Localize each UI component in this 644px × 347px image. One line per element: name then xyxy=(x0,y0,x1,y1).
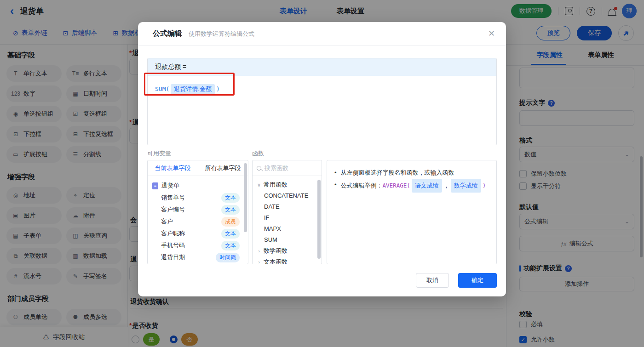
variable-name: 客户 xyxy=(161,217,173,226)
function-item[interactable]: IF xyxy=(253,212,321,223)
example-chip: 语文成绩 xyxy=(412,179,442,193)
example-chip: 数学成绩 xyxy=(451,179,481,193)
modal-title: 公式编辑 xyxy=(153,29,182,39)
variable-name: 退货日期 xyxy=(161,253,185,262)
modal-header: 公式编辑 使用数学运算符编辑公式 ✕ xyxy=(138,22,506,46)
variables-list: ≡ 退货单 销售单号文本客户编号文本客户成员客户昵称文本手机号码文本退货日期时间… xyxy=(148,176,248,264)
variables-scrollbar[interactable] xyxy=(244,163,247,232)
field-type-chip: 文本 xyxy=(221,205,240,215)
search-icon xyxy=(257,166,261,171)
formula-function: SUM( xyxy=(155,85,169,92)
form-designer-page: ‹ 退货单 表单设计 表单设置 数据管理 ? 理 ⊘表单外链⊡后端脚本⊞数据权 … xyxy=(0,0,644,347)
tab-current-form-fields[interactable]: 当前表单字段 xyxy=(148,160,198,176)
function-item[interactable]: MAPX xyxy=(253,223,321,234)
field-type-chip: 文本 xyxy=(221,241,240,250)
function-group-name: 常用函数 xyxy=(264,181,288,189)
example-close-paren: ) xyxy=(483,182,486,189)
field-type-chip: 时间戳 xyxy=(216,253,240,262)
variable-row[interactable]: 客户昵称文本 xyxy=(152,228,245,239)
function-item[interactable]: SUM xyxy=(253,234,321,245)
variable-name: 客户昵称 xyxy=(161,229,185,238)
tip-example-row: • 公式编辑举例：AVERAGE(语文成绩，数学成绩) xyxy=(334,179,489,193)
confirm-button[interactable]: 确定 xyxy=(458,273,497,288)
caret-down-icon: ∨ xyxy=(257,182,261,188)
variable-name: 手机号码 xyxy=(161,241,185,250)
variable-row[interactable]: 手机号码文本 xyxy=(152,239,245,251)
variables-tabs: 当前表单字段 所有表单字段 xyxy=(148,160,248,176)
variable-row[interactable]: 销售单号文本 xyxy=(152,192,245,204)
formula-editor-box[interactable]: 退款总额 = SUM(退货详情.金额) xyxy=(147,58,497,145)
tab-all-form-fields[interactable]: 所有表单字段 xyxy=(198,160,248,176)
function-group-name: 文本函数 xyxy=(264,258,288,264)
variables-panel: 当前表单字段 所有表单字段 ≡ 退货单 销售单号文本客户编号文本客户成员客户昵称… xyxy=(147,160,248,264)
variables-label: 可用变量 xyxy=(147,149,171,158)
function-search-box[interactable]: 搜索函数 xyxy=(253,160,322,176)
modal-footer: 取消 确定 xyxy=(416,273,497,288)
functions-panel: 搜索函数 ∨常用函数CONCATENATEDATEIFMAPXSUM›数学函数›… xyxy=(252,160,322,264)
formula-close-paren: ) xyxy=(216,85,220,92)
search-placeholder: 搜索函数 xyxy=(264,164,288,172)
form-node[interactable]: ≡ 退货单 xyxy=(152,180,245,192)
caret-right-icon: › xyxy=(257,248,261,254)
example-function: AVERAGE( xyxy=(383,182,410,189)
function-group-collapsed[interactable]: ›数学函数 xyxy=(253,245,321,256)
field-type-chip: 成员 xyxy=(221,217,240,227)
function-item[interactable]: CONCATENATE xyxy=(253,190,321,201)
variable-row[interactable]: 客户成员 xyxy=(152,216,245,228)
variable-name: 销售单号 xyxy=(161,193,185,202)
field-type-chip: 文本 xyxy=(221,193,240,203)
formula-editor-modal: 公式编辑 使用数学运算符编辑公式 ✕ 退款总额 = SUM(退货详情.金额) 可… xyxy=(138,22,506,296)
field-type-chip: 文本 xyxy=(221,229,240,239)
function-group-expanded[interactable]: ∨常用函数 xyxy=(253,179,321,190)
variable-row[interactable]: 客户编号文本 xyxy=(152,204,245,216)
example-separator: ， xyxy=(443,182,449,189)
example-prefix: 公式编辑举例： xyxy=(341,182,383,189)
modal-subtitle: 使用数学运算符编辑公式 xyxy=(189,30,254,38)
functions-scrollbar[interactable] xyxy=(317,180,321,259)
tip-row: • 从左侧面板选择字段名和函数，或输入函数 xyxy=(334,167,489,179)
function-group-name: 数学函数 xyxy=(264,247,288,255)
function-group-collapsed[interactable]: ›文本函数 xyxy=(253,256,321,264)
form-doc-icon: ≡ xyxy=(152,182,158,189)
functions-label: 函数 xyxy=(252,149,264,158)
caret-right-icon: › xyxy=(257,259,261,264)
bullet-icon: • xyxy=(334,179,337,191)
tips-panel: • 从左侧面板选择字段名和函数，或输入函数 • 公式编辑举例：AVERAGE(语… xyxy=(327,160,497,264)
variable-row[interactable]: 退货日期时间戳 xyxy=(152,251,245,263)
close-icon[interactable]: ✕ xyxy=(488,28,495,39)
formula-field-chip[interactable]: 退货详情.金额 xyxy=(171,84,215,94)
function-list: ∨常用函数CONCATENATEDATEIFMAPXSUM›数学函数›文本函数 xyxy=(253,176,322,264)
formula-target-band: 退款总额 = xyxy=(148,58,496,76)
cancel-button[interactable]: 取消 xyxy=(416,273,449,288)
function-item[interactable]: DATE xyxy=(253,201,321,212)
bullet-icon: • xyxy=(334,167,337,179)
formula-expression[interactable]: SUM(退货详情.金额) xyxy=(148,76,496,102)
variable-name: 客户编号 xyxy=(161,205,185,214)
